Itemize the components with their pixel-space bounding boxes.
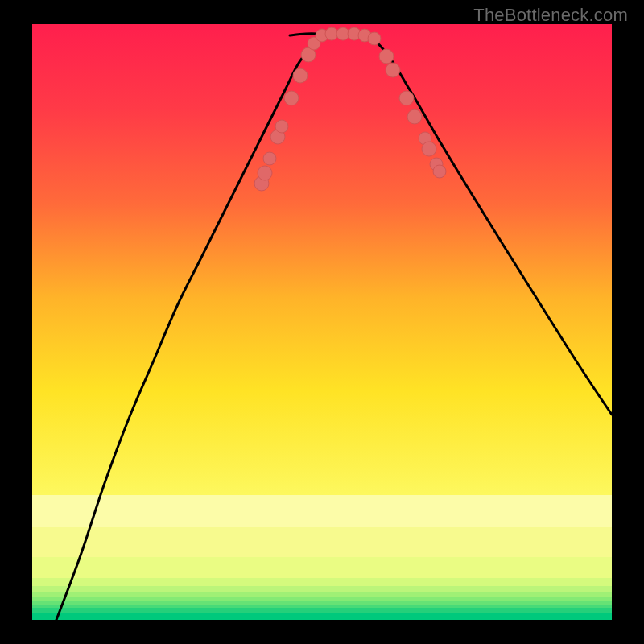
data-marker	[407, 109, 422, 124]
data-marker	[368, 32, 381, 45]
data-marker	[386, 63, 400, 77]
data-marker	[293, 68, 308, 83]
data-marker	[275, 120, 288, 133]
data-marker	[399, 91, 414, 105]
plot-area	[32, 24, 612, 620]
curve-group	[56, 34, 612, 620]
data-marker	[379, 49, 394, 64]
data-marker	[422, 142, 436, 156]
watermark-text: TheBottleneck.com	[473, 5, 628, 26]
chart-frame: TheBottleneck.com	[0, 0, 644, 644]
data-marker	[284, 91, 299, 105]
data-marker	[263, 152, 276, 165]
curve-svg	[32, 24, 612, 620]
data-marker	[258, 166, 272, 180]
marker-group	[254, 27, 446, 191]
data-marker	[433, 165, 446, 178]
